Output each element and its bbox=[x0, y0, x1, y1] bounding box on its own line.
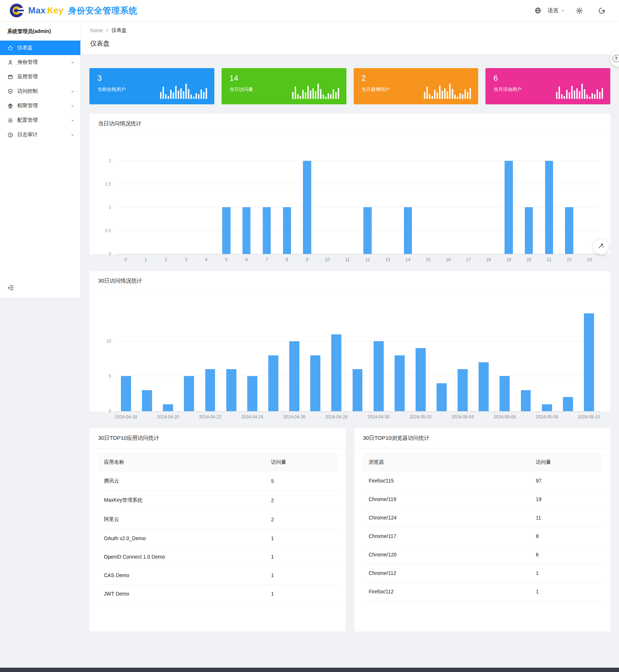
table-cell: Firefox/115 bbox=[363, 472, 530, 490]
table-row: 阿里云2 bbox=[98, 510, 337, 529]
table-title: 30日TOP10应用访问统计 bbox=[89, 428, 346, 448]
table-title: 30日TOP10浏览器访问统计 bbox=[354, 428, 611, 448]
x-axis-tick bbox=[200, 411, 200, 413]
column-header: 访问量 bbox=[265, 453, 337, 472]
breadcrumb-bar: home / 仪表盘 仪表盘 bbox=[81, 21, 619, 54]
logout-button[interactable] bbox=[598, 7, 610, 14]
bar bbox=[374, 341, 384, 411]
x-axis-label: 23 bbox=[587, 257, 591, 262]
sidebar-item-apps[interactable]: 应用管理 bbox=[0, 70, 80, 84]
x-axis-tick bbox=[305, 411, 305, 413]
language-menu[interactable]: 语言 bbox=[534, 7, 565, 14]
x-axis-tick bbox=[136, 411, 137, 413]
stat-table: 浏览器访问量Firefox/11597Chrome/11919Chrome/12… bbox=[363, 453, 602, 601]
x-axis-label: 4 bbox=[205, 257, 207, 262]
table-cell: 6 bbox=[530, 546, 602, 564]
chevron-down-icon bbox=[71, 104, 75, 108]
x-axis-label: 12 bbox=[365, 257, 370, 262]
x-axis-tick bbox=[418, 254, 418, 256]
x-axis-tick bbox=[599, 411, 600, 413]
x-axis-tick bbox=[559, 254, 560, 256]
x-axis-tick bbox=[157, 411, 158, 413]
x-axis-tick bbox=[578, 411, 579, 413]
sidebar-item-audit[interactable]: 日志审计 bbox=[0, 128, 80, 142]
table-header-row: 浏览器访问量 bbox=[363, 453, 602, 472]
app-header: Max Key 身份安全管理系统 语言 bbox=[0, 0, 619, 21]
x-axis-tick bbox=[519, 254, 519, 256]
bar bbox=[565, 207, 573, 254]
gear-icon bbox=[576, 7, 583, 14]
sidebar-collapse-button[interactable] bbox=[7, 284, 14, 293]
bar bbox=[521, 390, 531, 411]
x-axis-tick bbox=[579, 254, 580, 256]
x-axis-tick bbox=[473, 411, 473, 413]
globe-icon bbox=[534, 7, 542, 14]
x-axis-tick bbox=[221, 411, 221, 413]
x-axis-label: 2024-04-30 bbox=[367, 414, 389, 420]
sidebar-item-permissions[interactable]: 权限管理 bbox=[0, 99, 80, 113]
x-axis-label: 11 bbox=[345, 257, 349, 262]
table-cell: CAS Demo bbox=[98, 566, 265, 585]
bar bbox=[404, 207, 412, 254]
x-axis-tick bbox=[458, 254, 459, 256]
clock-icon bbox=[7, 132, 13, 138]
table-row: Firefox/1121 bbox=[363, 583, 602, 601]
x-axis-label: 14 bbox=[405, 257, 410, 262]
chevron-down-icon bbox=[71, 118, 75, 122]
x-axis-tick bbox=[156, 254, 156, 256]
bar bbox=[243, 207, 250, 254]
sidebar-item-identity[interactable]: 身份管理 bbox=[0, 55, 80, 70]
table-cell: 2 bbox=[265, 491, 337, 510]
sidebar-item-config[interactable]: 配置管理 bbox=[0, 113, 80, 128]
x-axis-tick bbox=[337, 254, 338, 256]
bar bbox=[563, 397, 573, 411]
x-axis-tick bbox=[557, 411, 558, 413]
x-axis-tick bbox=[176, 254, 176, 256]
x-axis-label: 2 bbox=[165, 257, 167, 262]
y-axis-label: 1.5 bbox=[105, 181, 111, 187]
bar bbox=[505, 161, 513, 254]
table-cell: 1 bbox=[530, 564, 602, 583]
breadcrumb-home[interactable]: home bbox=[90, 28, 103, 33]
sidebar-item-access-control[interactable]: 访问控制 bbox=[0, 84, 80, 99]
stat-card: 2当月新增用户 bbox=[354, 68, 479, 104]
table-cell: MaxKey管理系统 bbox=[98, 491, 265, 510]
stat-card: 6当月活动用户 bbox=[485, 68, 610, 104]
sidebar-item-dashboard[interactable]: 仪表盘 bbox=[0, 41, 80, 55]
settings-button[interactable] bbox=[576, 7, 587, 14]
sidebar: 系统管理员(admin) 仪表盘身份管理应用管理访问控制权限管理配置管理日志审计 bbox=[0, 21, 81, 672]
table-cell: 1 bbox=[265, 585, 337, 603]
question-icon: ? bbox=[612, 55, 619, 62]
gridline bbox=[115, 160, 599, 161]
bar bbox=[121, 376, 131, 411]
x-axis-tick bbox=[431, 411, 431, 413]
chart-panel-30day: 30日访问情况统计 05102024-04-182024-04-202024-0… bbox=[89, 271, 610, 412]
chevron-down-icon bbox=[71, 60, 75, 64]
table-cell: 1 bbox=[265, 566, 337, 585]
x-axis-tick bbox=[368, 411, 369, 413]
x-axis-label: 16 bbox=[446, 257, 451, 262]
x-axis-label: 2024-04-28 bbox=[325, 414, 348, 420]
x-axis-tick bbox=[438, 254, 438, 256]
x-axis-label: 15 bbox=[426, 257, 430, 262]
table-cell: Firefox/112 bbox=[363, 583, 530, 601]
x-axis-label: 2024-05-06 bbox=[494, 414, 516, 420]
stat-value: 6 bbox=[493, 74, 610, 82]
x-axis-tick bbox=[257, 254, 257, 256]
column-header: 浏览器 bbox=[363, 453, 530, 472]
table-cell: 5 bbox=[265, 472, 337, 491]
x-axis-label: 18 bbox=[486, 257, 491, 262]
bar bbox=[542, 404, 552, 411]
chevron-down-icon bbox=[71, 133, 75, 137]
stat-card: 3当前在线用户 bbox=[89, 68, 214, 104]
x-axis-label: 2024-04-22 bbox=[199, 414, 221, 420]
x-axis-tick bbox=[494, 411, 494, 413]
magic-wand-button[interactable] bbox=[593, 239, 609, 254]
table-cell: Chrome/117 bbox=[363, 527, 530, 546]
x-axis-tick bbox=[539, 254, 539, 256]
sidebar-item-label: 权限管理 bbox=[17, 103, 38, 109]
bar bbox=[545, 161, 553, 254]
gridline bbox=[115, 184, 599, 184]
breadcrumb-separator: / bbox=[106, 28, 108, 33]
x-axis-label: 22 bbox=[567, 257, 572, 262]
